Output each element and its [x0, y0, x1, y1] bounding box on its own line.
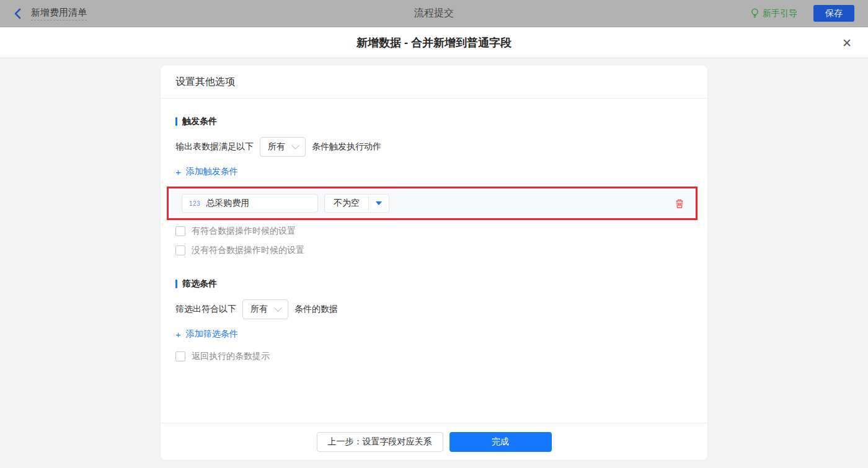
trigger-section-title: 触发条件 [175, 116, 693, 127]
save-button[interactable]: 保存 [813, 5, 854, 22]
condition-operator-value: 不为空 [325, 195, 368, 212]
add-filter-condition-link[interactable]: + 添加筛选条件 [175, 329, 238, 340]
panel-body: 触发条件 输出表数据满足以下 所有 条件触发执行动作 + 添加触发条件 [161, 99, 707, 423]
back-chevron-icon[interactable] [14, 8, 22, 19]
trigger-match-row: 输出表数据满足以下 所有 条件触发执行动作 [175, 137, 693, 157]
topbar: 新增费用清单 流程提交 新手引导 保存 [0, 0, 868, 27]
checkbox-count-tip-label: 返回执行的条数提示 [192, 351, 270, 362]
filter-match-row: 筛选出符合以下 所有 条件的数据 [175, 299, 693, 319]
chevron-down-icon [291, 141, 299, 149]
filter-section-label: 筛选条件 [182, 278, 217, 289]
dialog-title: 新增数据 - 合并新增到普通字段 [356, 35, 512, 50]
section-accent-bar [175, 280, 177, 288]
checkbox-with-match-label: 有符合数据操作时候的设置 [192, 226, 296, 237]
options-panel: 设置其他选项 触发条件 输出表数据满足以下 所有 条件触发执行动作 + 添加触发… [161, 66, 707, 460]
trigger-match-mode-select[interactable]: 所有 [260, 137, 306, 157]
lightbulb-icon [750, 8, 760, 19]
trigger-section-label: 触发条件 [182, 116, 217, 127]
delete-condition-button[interactable] [675, 198, 684, 209]
filter-section-title: 筛选条件 [175, 278, 693, 289]
flow-name-label[interactable]: 新增费用清单 [31, 7, 87, 20]
dialog-body: 设置其他选项 触发条件 输出表数据满足以下 所有 条件触发执行动作 + 添加触发… [0, 58, 868, 468]
panel-header: 设置其他选项 [161, 66, 707, 99]
number-field-type-icon: 123 [189, 200, 200, 207]
trigger-row-prefix: 输出表数据满足以下 [175, 141, 254, 152]
condition-operator-select[interactable]: 不为空 [324, 194, 389, 213]
operator-caret-zone[interactable] [368, 195, 389, 212]
beginner-guide-link[interactable]: 新手引导 [750, 8, 797, 19]
panel-footer: 上一步：设置字段对应关系 完成 [161, 423, 707, 460]
beginner-guide-label: 新手引导 [763, 8, 797, 19]
plus-icon: + [175, 330, 181, 339]
filter-row-suffix: 条件的数据 [294, 304, 338, 315]
filter-match-mode-value: 所有 [250, 304, 268, 315]
trigger-match-mode-value: 所有 [268, 141, 285, 152]
filter-match-mode-select[interactable]: 所有 [242, 299, 288, 319]
previous-step-button[interactable]: 上一步：设置字段对应关系 [317, 432, 443, 452]
checkbox-with-match[interactable] [175, 226, 185, 236]
close-icon[interactable]: ✕ [842, 37, 852, 48]
trigger-condition-row-highlighted: 123 总采购费用 不为空 [167, 187, 698, 220]
add-trigger-condition-label: 添加触发条件 [186, 166, 238, 177]
filter-row-prefix: 筛选出符合以下 [175, 304, 236, 315]
condition-field-name: 总采购费用 [206, 198, 249, 209]
topbar-title: 流程提交 [0, 7, 868, 20]
section-accent-bar [175, 117, 177, 126]
dialog-header: 新增数据 - 合并新增到普通字段 ✕ [0, 27, 868, 58]
checkbox-row-count-tip: 返回执行的条数提示 [175, 351, 693, 362]
plus-icon: + [175, 167, 181, 177]
condition-field-select[interactable]: 123 总采购费用 [182, 194, 318, 213]
topbar-left: 新增费用清单 [14, 7, 87, 20]
checkbox-row-without-match: 没有符合数据操作时候的设置 [175, 245, 693, 256]
topbar-right: 新手引导 保存 [750, 5, 854, 22]
add-trigger-condition-link[interactable]: + 添加触发条件 [175, 166, 238, 177]
checkbox-without-match-label: 没有符合数据操作时候的设置 [192, 245, 304, 256]
trigger-row-suffix: 条件触发执行动作 [312, 141, 381, 152]
chevron-down-icon [274, 304, 282, 312]
checkbox-count-tip[interactable] [175, 351, 185, 361]
checkbox-row-with-match: 有符合数据操作时候的设置 [175, 226, 693, 237]
checkbox-without-match[interactable] [175, 245, 185, 255]
add-filter-condition-label: 添加筛选条件 [186, 329, 238, 340]
finish-button[interactable]: 完成 [450, 432, 552, 452]
caret-down-icon [376, 201, 382, 205]
